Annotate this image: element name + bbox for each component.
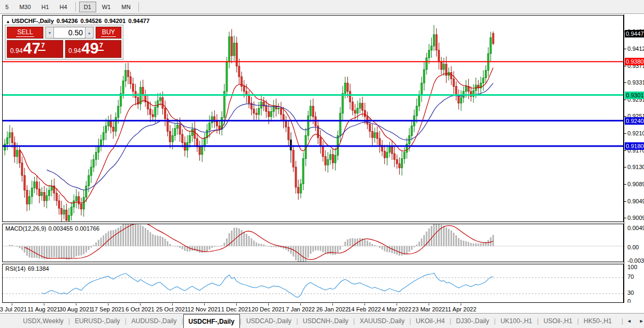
tab-xauusd-daily[interactable]: XAUUSD-,Daily [355, 314, 409, 328]
macd-value: 0.003455 [48, 225, 73, 232]
tab-dj30-daily[interactable]: DJ30-,Daily [451, 314, 494, 328]
quote-high: 0.94526 [81, 18, 102, 24]
timeframe-label: H4 [60, 4, 67, 10]
macd-name: MACD(12,26,9) [5, 225, 46, 232]
timeframe-label: H1 [42, 4, 49, 10]
volume-input[interactable] [54, 27, 85, 39]
price-tick [624, 100, 626, 100]
level-price-box: 0.93014 [625, 91, 644, 99]
rsi-label: RSI(14)69.1384 [5, 265, 51, 272]
date-tick [108, 303, 108, 306]
price-tick [624, 184, 626, 185]
tab-usdcad-daily[interactable]: USDCAD-,Daily [242, 314, 297, 328]
sell-price-sup: 7 [38, 41, 45, 51]
quote-low: 0.94201 [104, 18, 126, 24]
level-price-box: 0.93807 [625, 58, 644, 65]
price-axis: 0.945200.941200.937100.933100.929100.925… [624, 14, 644, 303]
buy-price-base: 0.94 [68, 47, 81, 55]
date-label: 26 Jan 2022 [316, 306, 349, 312]
macd-pane: MACD(12,26,9)0.0034550.001766 [2, 224, 624, 262]
buy-button[interactable]: BUY [96, 27, 121, 39]
date-tick [268, 303, 269, 306]
sell-price-panel[interactable]: 0.94 47 7 [7, 40, 63, 58]
date-tick [236, 303, 237, 306]
quote-close: 0.94477 [128, 18, 150, 24]
sell-button[interactable]: SELL [7, 27, 43, 39]
macd-axis-label: 0.00 [627, 244, 639, 250]
date-label: 14 Feb 2022 [348, 306, 381, 312]
price-tick [624, 116, 626, 117]
quote-open: 0.94236 [57, 18, 78, 24]
date-tick [461, 303, 461, 306]
date-label: 12 Nov 2021 [188, 306, 221, 312]
tab-uk100-h1[interactable]: UK100-,H1 [495, 314, 537, 328]
date-tick [172, 303, 173, 306]
volume-decrease-button[interactable]: ▼ [45, 27, 54, 39]
rsi-canvas[interactable] [3, 264, 623, 302]
date-label: 4 Mar 2022 [382, 306, 412, 312]
date-label: 30 Aug 2021 [59, 306, 92, 312]
price-tick-label: 0.92100 [627, 130, 644, 136]
tab-scroll-left-icon[interactable]: ◄ [623, 317, 635, 325]
tab-hk50-h1[interactable]: HK50-,H1 [579, 314, 617, 328]
buy-price-panel[interactable]: 0.94 49 7 [65, 40, 121, 58]
date-tick [76, 303, 76, 306]
price-tick [624, 150, 626, 151]
date-label: 11 Apr 2022 [445, 306, 477, 312]
date-tick [332, 303, 333, 306]
date-label: 6 Oct 2021 [126, 306, 154, 312]
tab-usdx-weekly[interactable]: USDX,Weekly [18, 314, 68, 328]
timeframe-button-m30[interactable]: M30 [14, 2, 35, 12]
sell-price-base: 0.94 [10, 47, 22, 55]
timeframe-button-d1[interactable]: D1 [79, 2, 96, 12]
tab-audusd-daily[interactable]: AUDUSD-,Daily [127, 314, 182, 328]
timeframe-label: MN [121, 4, 130, 10]
date-tick [364, 303, 365, 306]
quote-line: ▲USDCHF-,Daily0.942360.945260.942010.944… [6, 18, 152, 24]
timeframe-button-h4[interactable]: H4 [55, 2, 72, 12]
level-price-box: 0.91800 [625, 142, 644, 150]
rsi-pane: RSI(14)69.1384 [2, 264, 624, 303]
tab-scroll-right-icon[interactable]: ► [635, 317, 644, 325]
up-triangle-icon: ▲ [6, 19, 10, 24]
tab-scroll-arrows: ◄► [623, 317, 644, 325]
date-label: 11 Aug 2021 [28, 306, 60, 312]
tab-eurusd-daily[interactable]: EURUSD-,Daily [70, 314, 125, 328]
timeframe-button-mn[interactable]: MN [117, 2, 135, 12]
date-tick [140, 303, 141, 306]
rsi-axis-label: 70 [627, 273, 634, 280]
price-tick-label: 0.90890 [627, 181, 644, 187]
symbol-tabbar: USDX,Weekly|EURUSD-,Daily|AUDUSD-,Daily|… [0, 313, 644, 328]
toolbar-separator [138, 2, 139, 12]
timeframe-button-5[interactable]: 5 [1, 2, 13, 12]
timeframe-label: M30 [19, 4, 30, 10]
macd-signal-value: 0.001766 [75, 225, 99, 232]
sell-button-label: SELL [16, 28, 34, 37]
tab-usdchf-daily[interactable]: USDCHF-,Daily [183, 314, 240, 328]
mt4-window: 5M30H1H4D1W1MN ▲USDCHF-,Daily0.942360.94… [0, 0, 644, 328]
rsi-axis-label: 30 [627, 289, 634, 296]
timeframe-button-w1[interactable]: W1 [97, 2, 116, 12]
price-tick-label: 0.93310 [627, 79, 644, 86]
timeframe-label: D1 [84, 4, 91, 10]
price-tick [624, 201, 626, 202]
timeframe-label: W1 [102, 4, 111, 10]
spin-up-icon: ▲ [88, 31, 91, 35]
price-tick [624, 82, 626, 83]
quote-symbol: USDCHF-,Daily [12, 18, 54, 24]
price-tick-label: 0.91300 [627, 164, 644, 170]
date-tick [44, 303, 44, 306]
date-label: 20 Dec 2021 [252, 306, 285, 312]
timeframe-button-h1[interactable]: H1 [37, 2, 54, 12]
date-tick [300, 303, 301, 306]
volume-increase-button[interactable]: ▲ [85, 27, 94, 39]
price-tick-label: 0.90490 [627, 198, 644, 204]
timeframe-toolbar: 5M30H1H4D1W1MN [0, 0, 644, 14]
price-tick [624, 218, 626, 218]
tab-usoil-h1[interactable]: USOil-,H1 [539, 314, 577, 328]
tab-usdcnh-daily[interactable]: USDCNH-,Daily [298, 314, 353, 328]
rsi-axis-label: 100 [627, 264, 637, 270]
tab-ukoil-h4[interactable]: UKOil-,H4 [411, 314, 449, 328]
date-axis: 23 Jul 202111 Aug 202130 Aug 202117 Sep … [0, 303, 644, 313]
rsi-name: RSI(14) [5, 265, 26, 272]
